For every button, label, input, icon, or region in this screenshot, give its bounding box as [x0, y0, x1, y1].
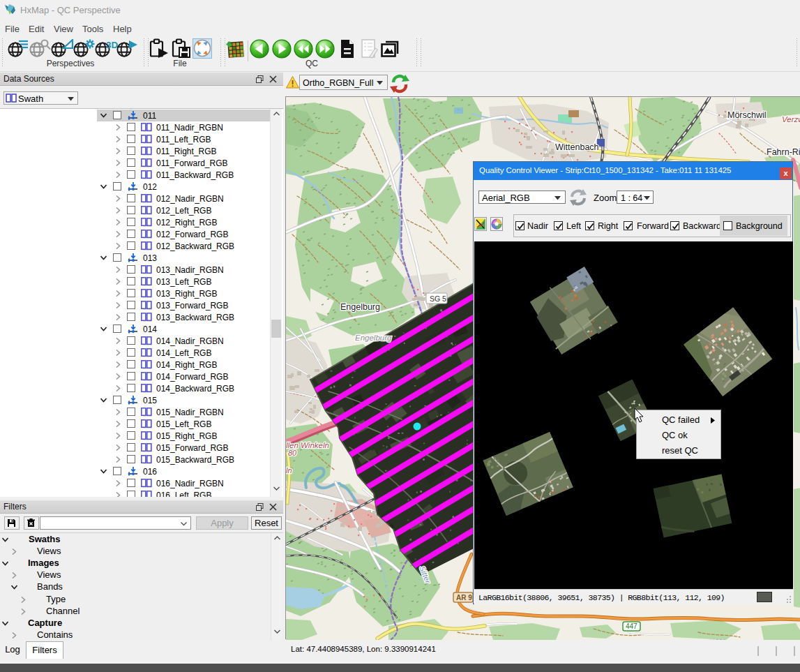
svg-text:AR 9: AR 9	[456, 594, 472, 602]
svg-text:Engelburg: Engelburg	[340, 302, 380, 312]
svg-text:ln: ln	[286, 466, 292, 475]
svg-text:Fahrn-Rie: Fahrn-Rie	[767, 147, 800, 157]
svg-text:Mörschwil: Mörschwil	[727, 110, 767, 120]
svg-text:80: 80	[288, 449, 297, 457]
svg-text:SG 5: SG 5	[430, 294, 446, 303]
svg-text:Wittenbach: Wittenbach	[555, 142, 599, 152]
svg-text:Engelburg: Engelburg	[355, 334, 392, 342]
svg-text:447: 447	[626, 622, 637, 630]
svg-text:Verzwei: Verzwei	[782, 115, 800, 124]
